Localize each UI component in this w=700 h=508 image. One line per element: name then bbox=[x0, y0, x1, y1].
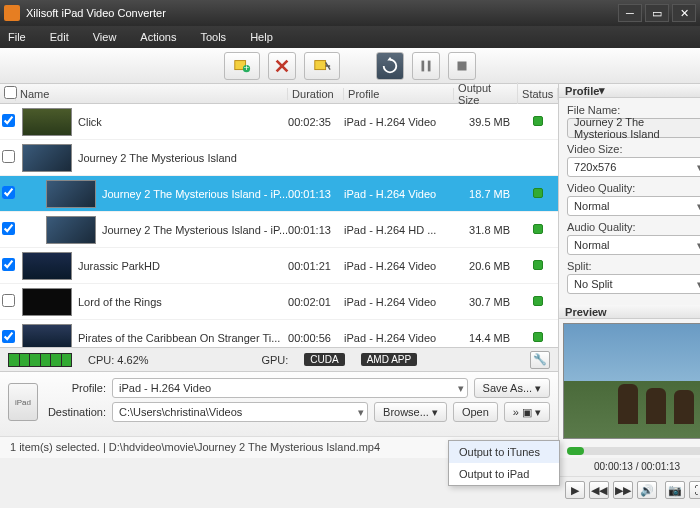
row-profile: iPad - H.264 Video bbox=[344, 260, 454, 272]
browse-button[interactable]: Browse...▾ bbox=[374, 402, 447, 422]
table-row[interactable]: Journey 2 The Mysterious Island - iP... … bbox=[0, 176, 558, 212]
svg-rect-5 bbox=[428, 60, 431, 71]
row-checkbox[interactable] bbox=[0, 330, 16, 345]
row-profile: iPad - H.264 Video bbox=[344, 296, 454, 308]
table-row[interactable]: Lord of the Rings 00:02:01 iPad - H.264 … bbox=[0, 284, 558, 320]
output-ipad[interactable]: Output to iPad bbox=[449, 463, 559, 485]
row-checkbox[interactable] bbox=[0, 186, 16, 201]
menu-bar: File Edit View Actions Tools Help bbox=[0, 26, 700, 48]
row-checkbox[interactable] bbox=[0, 258, 16, 273]
videosize-select[interactable]: 720x576▾ bbox=[567, 157, 700, 177]
close-button[interactable]: ✕ bbox=[672, 4, 696, 22]
row-name: Journey 2 The Mysterious Island bbox=[78, 152, 288, 164]
cuda-badge[interactable]: CUDA bbox=[304, 353, 344, 366]
next-button[interactable]: ▶▶ bbox=[613, 481, 633, 499]
row-thumbnail bbox=[22, 288, 72, 316]
profile-panel-header[interactable]: Profile▾▸ bbox=[559, 84, 700, 98]
add-profile-button[interactable] bbox=[304, 52, 340, 80]
window-title: Xilisoft iPad Video Converter bbox=[26, 7, 615, 19]
menu-edit[interactable]: Edit bbox=[50, 31, 69, 43]
menu-help[interactable]: Help bbox=[250, 31, 273, 43]
videoquality-select[interactable]: Normal▾ bbox=[567, 196, 700, 216]
fullscreen-button[interactable]: ⛶ bbox=[689, 481, 700, 499]
row-profile: iPad - H.264 HD ... bbox=[344, 224, 454, 236]
row-checkbox[interactable] bbox=[0, 114, 16, 129]
table-row[interactable]: Pirates of the Caribbean On Stranger Ti.… bbox=[0, 320, 558, 347]
pause-button[interactable] bbox=[412, 52, 440, 80]
toolbar: + bbox=[0, 48, 700, 84]
menu-tools[interactable]: Tools bbox=[200, 31, 226, 43]
maximize-button[interactable]: ▭ bbox=[645, 4, 669, 22]
row-checkbox[interactable] bbox=[0, 294, 16, 309]
audioquality-select[interactable]: Normal▾ bbox=[567, 235, 700, 255]
col-output-size[interactable]: Output Size bbox=[454, 82, 518, 106]
row-checkbox[interactable] bbox=[0, 150, 16, 165]
preview-header[interactable]: Preview▸ bbox=[559, 305, 700, 319]
row-checkbox[interactable] bbox=[0, 222, 16, 237]
mute-button[interactable]: 🔊 bbox=[637, 481, 657, 499]
table-row[interactable]: Jurassic ParkHD 00:01:21 iPad - H.264 Vi… bbox=[0, 248, 558, 284]
row-size: 39.5 MB bbox=[454, 116, 518, 128]
row-name: Lord of the Rings bbox=[78, 296, 288, 308]
file-list: Click 00:02:35 iPad - H.264 Video 39.5 M… bbox=[0, 104, 558, 347]
settings-button[interactable]: 🔧 bbox=[530, 351, 550, 369]
row-thumbnail bbox=[22, 252, 72, 280]
menu-file[interactable]: File bbox=[8, 31, 26, 43]
filename-field[interactable]: Journey 2 The Mysterious Island bbox=[567, 118, 700, 138]
preview-video[interactable] bbox=[563, 323, 700, 439]
destination-panel: iPad Profile: iPad - H.264 Video▾ Save A… bbox=[0, 371, 558, 436]
output-itunes[interactable]: Output to iTunes bbox=[449, 441, 559, 463]
add-file-button[interactable]: + bbox=[224, 52, 260, 80]
remove-button[interactable] bbox=[268, 52, 296, 80]
col-duration[interactable]: Duration bbox=[288, 88, 344, 100]
table-row[interactable]: Journey 2 The Mysterious Island - iP... … bbox=[0, 212, 558, 248]
row-name: Jurassic ParkHD bbox=[78, 260, 288, 272]
preview-time: 00:00:13 / 00:01:13 bbox=[559, 461, 700, 472]
column-headers: Name Duration Profile Output Size Status bbox=[0, 84, 558, 104]
amd-badge[interactable]: AMD APP bbox=[361, 353, 417, 366]
split-select[interactable]: No Split▾ bbox=[567, 274, 700, 294]
profile-form: File Name: Journey 2 The Mysterious Isla… bbox=[559, 98, 700, 305]
row-status bbox=[518, 224, 558, 236]
row-duration: 00:01:21 bbox=[288, 260, 344, 272]
svg-rect-4 bbox=[422, 60, 425, 71]
preview-seekbar[interactable] bbox=[567, 447, 700, 455]
table-row[interactable]: Journey 2 The Mysterious Island bbox=[0, 140, 558, 176]
row-thumbnail bbox=[22, 324, 72, 348]
profile-label: Profile: bbox=[44, 382, 106, 394]
col-profile[interactable]: Profile bbox=[344, 88, 454, 100]
filename-label: File Name: bbox=[567, 104, 700, 116]
col-checkbox[interactable] bbox=[0, 86, 16, 101]
prev-button[interactable]: ◀◀ bbox=[589, 481, 609, 499]
menu-view[interactable]: View bbox=[93, 31, 117, 43]
row-thumbnail bbox=[22, 144, 72, 172]
snapshot-button[interactable]: 📷 bbox=[665, 481, 685, 499]
table-row[interactable]: Click 00:02:35 iPad - H.264 Video 39.5 M… bbox=[0, 104, 558, 140]
title-bar: Xilisoft iPad Video Converter ─ ▭ ✕ bbox=[0, 0, 700, 26]
open-button[interactable]: Open bbox=[453, 402, 498, 422]
row-duration: 00:00:56 bbox=[288, 332, 344, 344]
menu-actions[interactable]: Actions bbox=[140, 31, 176, 43]
col-status[interactable]: Status bbox=[518, 88, 558, 100]
row-size: 31.8 MB bbox=[454, 224, 518, 236]
row-profile: iPad - H.264 Video bbox=[344, 116, 454, 128]
gpu-label: GPU: bbox=[261, 354, 288, 366]
row-name: Journey 2 The Mysterious Island - iP... bbox=[102, 224, 288, 236]
col-name[interactable]: Name bbox=[16, 88, 288, 100]
destination-field[interactable]: C:\Users\christina\Videos▾ bbox=[112, 402, 368, 422]
svg-rect-6 bbox=[458, 61, 467, 70]
stop-button[interactable] bbox=[448, 52, 476, 80]
row-duration: 00:02:35 bbox=[288, 116, 344, 128]
cpu-label: CPU: 4.62% bbox=[88, 354, 149, 366]
minimize-button[interactable]: ─ bbox=[618, 4, 642, 22]
output-button[interactable]: » ▣ ▾ bbox=[504, 402, 550, 422]
save-as-button[interactable]: Save As...▾ bbox=[474, 378, 551, 398]
row-duration: 00:02:01 bbox=[288, 296, 344, 308]
convert-button[interactable] bbox=[376, 52, 404, 80]
row-status bbox=[518, 296, 558, 308]
profile-select[interactable]: iPad - H.264 Video▾ bbox=[112, 378, 468, 398]
split-label: Split: bbox=[567, 260, 700, 272]
row-name: Click bbox=[78, 116, 288, 128]
play-button[interactable]: ▶ bbox=[565, 481, 585, 499]
row-name: Journey 2 The Mysterious Island - iP... bbox=[102, 188, 288, 200]
